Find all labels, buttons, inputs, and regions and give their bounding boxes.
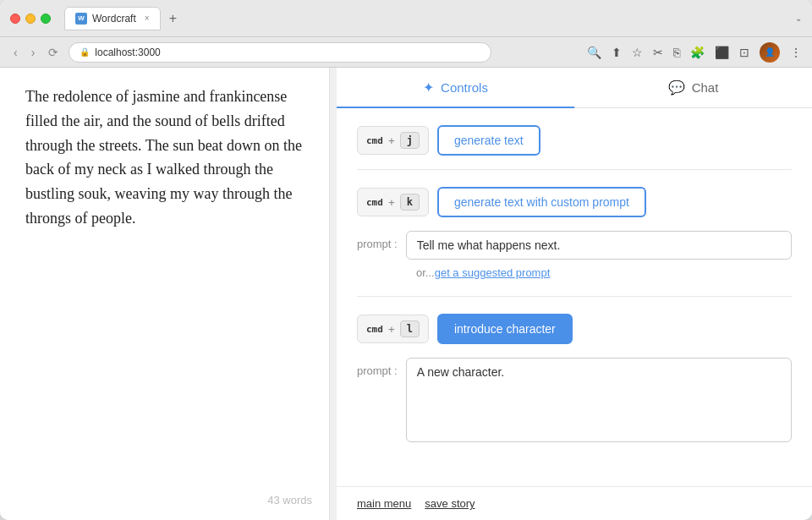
cmd-badge-2: cmd + k	[357, 188, 429, 216]
share-icon[interactable]: ⬆	[612, 46, 622, 59]
lock-icon: 🔒	[80, 47, 90, 57]
prompt-input-2[interactable]	[406, 231, 792, 260]
divider-2	[357, 296, 792, 297]
cmd-badge-3: cmd + l	[357, 315, 429, 343]
browser-toolbar: 🔍 ⬆ ☆ ✂ ⎘ 🧩 ⬛ ⊡ 👤 ⋮	[587, 42, 802, 63]
chat-icon: 💬	[668, 79, 685, 96]
close-button[interactable]	[10, 14, 20, 24]
sidebar-icon[interactable]: ⬛	[715, 46, 729, 59]
key-letter-2: k	[400, 194, 420, 211]
key-letter-3: l	[400, 320, 420, 337]
cmd-modifier-1: cmd	[366, 135, 383, 146]
extensions-icon[interactable]: 🧩	[690, 46, 705, 59]
generate-text-custom-button[interactable]: generate text with custom prompt	[437, 187, 646, 217]
cmd-row-3: cmd + l introduce character	[357, 314, 792, 344]
tab-label: Wordcraft	[92, 13, 136, 25]
search-icon[interactable]: 🔍	[587, 46, 601, 59]
introduce-character-button[interactable]: introduce character	[437, 314, 573, 344]
controls-tab-label: Controls	[441, 80, 488, 95]
back-button[interactable]: ‹	[10, 44, 21, 61]
window-controls: ⌄	[795, 14, 802, 23]
avatar[interactable]: 👤	[760, 42, 780, 63]
new-tab-button[interactable]: +	[164, 11, 182, 26]
browser-tab[interactable]: W Wordcraft ×	[64, 7, 161, 30]
prompt-textarea-3[interactable]	[406, 358, 792, 442]
cmd-row-1: cmd + j generate text	[357, 125, 792, 156]
tab-controls[interactable]: ✦ Controls	[337, 68, 574, 107]
suggest-link-row: or...get a suggested prompt	[416, 266, 792, 279]
prompt-row-3: prompt :	[357, 358, 792, 442]
panel-tabs: ✦ Controls 💬 Chat	[337, 68, 812, 108]
cmd-modifier-2: cmd	[366, 197, 383, 208]
minimize-button[interactable]	[25, 14, 36, 24]
tab-favicon: W	[75, 13, 87, 25]
refresh-button[interactable]: ⟳	[45, 44, 62, 61]
cmd-badge-1: cmd + j	[357, 126, 429, 155]
plus-sign-1: +	[388, 134, 395, 147]
plus-sign-2: +	[388, 196, 395, 209]
panel-divider[interactable]	[330, 68, 337, 520]
main-menu-link[interactable]: main menu	[357, 497, 411, 510]
address-bar[interactable]: 🔒 localhost:3000	[69, 42, 491, 63]
suggest-prefix: or...	[416, 266, 435, 279]
get-suggested-prompt-link[interactable]: get a suggested prompt	[435, 266, 551, 279]
key-letter-1: j	[400, 132, 420, 149]
maximize-button[interactable]	[41, 14, 51, 24]
more-icon[interactable]: ⋮	[790, 46, 802, 59]
traffic-lights	[10, 14, 51, 24]
main-content: The redolence of jasmine and frankincens…	[0, 68, 812, 520]
controls-content: cmd + j generate text cmd + k generate t…	[337, 108, 812, 486]
address-bar-row: ‹ › ⟳ 🔒 localhost:3000 🔍 ⬆ ☆ ✂ ⎘ 🧩 ⬛ ⊡ 👤…	[0, 37, 812, 68]
save-story-link[interactable]: save story	[425, 497, 475, 510]
prompt-label-3: prompt :	[357, 358, 398, 377]
tab-chat[interactable]: 💬 Chat	[574, 68, 812, 107]
cut-icon[interactable]: ✂	[653, 46, 663, 59]
generate-text-button[interactable]: generate text	[437, 125, 540, 156]
editor-panel: The redolence of jasmine and frankincens…	[0, 68, 330, 520]
divider-1	[357, 169, 792, 170]
cmd-modifier-3: cmd	[366, 324, 383, 335]
bookmark-icon[interactable]: ☆	[632, 46, 643, 59]
browser-window: W Wordcraft × + ⌄ ‹ › ⟳ 🔒 localhost:3000…	[0, 0, 812, 520]
prompt-label-2: prompt :	[357, 231, 398, 250]
prompt-row-2: prompt :	[357, 231, 792, 260]
address-text: localhost:3000	[95, 47, 160, 58]
copy-icon[interactable]: ⎘	[673, 46, 680, 59]
tab-close-icon[interactable]: ×	[145, 14, 150, 23]
cmd-row-2: cmd + k generate text with custom prompt	[357, 187, 792, 217]
bottom-bar: main menu save story	[337, 486, 812, 520]
plus-sign-3: +	[388, 323, 395, 336]
controls-sparkle-icon: ✦	[423, 79, 434, 96]
window-icon[interactable]: ⊡	[739, 46, 749, 59]
chat-tab-label: Chat	[692, 80, 719, 95]
title-bar: W Wordcraft × + ⌄	[0, 0, 812, 37]
window-chevron[interactable]: ⌄	[795, 14, 802, 23]
word-count: 43 words	[267, 494, 312, 506]
controls-panel: ✦ Controls 💬 Chat cmd + j generat	[337, 68, 812, 520]
forward-button[interactable]: ›	[28, 44, 39, 61]
editor-text[interactable]: The redolence of jasmine and frankincens…	[25, 85, 304, 231]
tab-bar: W Wordcraft × +	[64, 7, 782, 30]
